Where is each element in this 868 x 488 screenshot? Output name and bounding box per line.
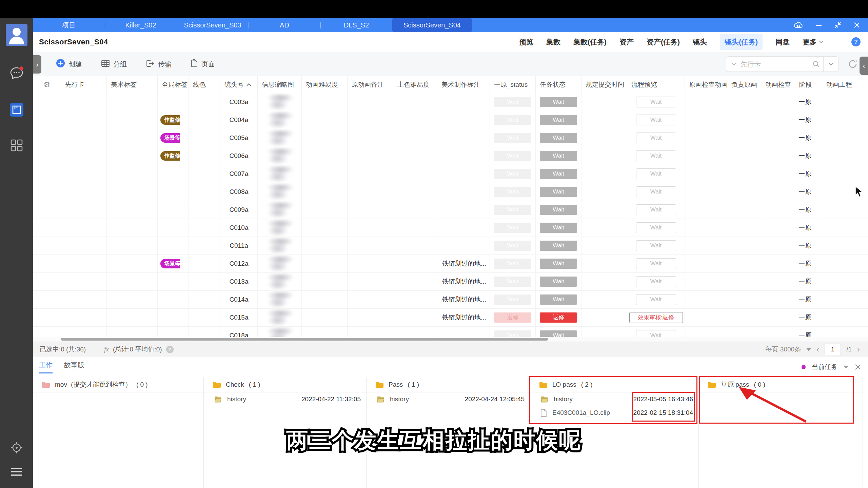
label-tag[interactable]: 场景等 (160, 133, 180, 143)
table-row-C010a[interactable]: C010aWaitWaitWait一原 (33, 219, 868, 237)
search-dropdown-icon[interactable] (828, 62, 834, 66)
page-size-label[interactable]: 每页 3000条 (766, 345, 801, 354)
flow-preview-badge[interactable]: 效果审核:返修 (629, 312, 683, 323)
table-row-C006a[interactable]: 作监修C006aWaitWaitWait一原 (33, 147, 868, 165)
flow-preview-badge[interactable]: Wait (636, 97, 676, 107)
avatar[interactable] (6, 24, 27, 46)
prev-page-icon[interactable]: ‹ (816, 345, 819, 353)
menu-item-5[interactable]: 镜头 (693, 37, 707, 47)
menu-item-3[interactable]: 资产 (619, 37, 634, 47)
status-badge-task[interactable]: Wait (540, 115, 577, 125)
folder-header-2[interactable]: Pass( 1 ) (367, 377, 530, 392)
current-task-caret-icon[interactable] (844, 366, 848, 369)
flow-preview-badge[interactable]: Wait (636, 276, 676, 287)
menu-item-8[interactable]: 更多 (803, 37, 824, 47)
status-badge-yiyuan[interactable]: 返修 (494, 312, 531, 323)
status-badge-task[interactable]: Wait (540, 151, 577, 161)
flow-preview-badge[interactable]: Wait (636, 240, 676, 251)
table-row-C004a[interactable]: 作监修C004aWaitWaitWait一原 (33, 111, 868, 129)
flow-preview-badge[interactable]: Wait (636, 133, 676, 143)
scrollbar-thumb[interactable] (61, 338, 548, 341)
search-icon[interactable] (812, 60, 820, 68)
status-badge-task[interactable]: Wait (540, 97, 577, 107)
menu-item-2[interactable]: 集数(任务) (573, 37, 607, 47)
restore-icon[interactable] (834, 21, 842, 29)
panel-tab-1[interactable]: 故事版 (64, 361, 84, 373)
flow-preview-badge[interactable]: Wait (636, 186, 676, 197)
status-badge-yiyuan[interactable]: Wait (494, 151, 531, 161)
table-row-C015a[interactable]: C015a铁链划过的地...返修返修效果审核:返修一原 (33, 309, 868, 327)
minimize-icon[interactable] (815, 21, 823, 29)
top-tab-4[interactable]: DLS_S2 (320, 18, 392, 32)
toolbar-button-3[interactable]: 页面 (191, 59, 215, 69)
folder-header-1[interactable]: Check( 1 ) (204, 377, 366, 392)
flow-preview-badge[interactable]: Wait (636, 222, 676, 233)
flow-preview-badge[interactable]: Wait (636, 204, 676, 215)
column-header-genga_note[interactable]: 原动画备注 (348, 76, 393, 93)
page-size-caret-icon[interactable] (806, 348, 811, 351)
column-header-anim_diff[interactable]: 动画难易度 (302, 76, 348, 93)
toolbar-button-0[interactable]: 创建 (56, 59, 82, 69)
column-header-task_status[interactable]: 任务状态 (536, 76, 581, 93)
column-header-art_note[interactable]: 美术制作标注 (437, 76, 490, 93)
top-tab-1[interactable]: Killer_S02 (105, 18, 177, 32)
column-header-anim_proj[interactable]: 动画工程 (822, 76, 868, 93)
flow-preview-badge[interactable]: Wait (636, 168, 676, 179)
panel-tab-0[interactable]: 工作 (39, 361, 53, 373)
panel-close-icon[interactable] (854, 364, 861, 370)
column-header-shot[interactable]: 镜头号 (220, 76, 258, 93)
table-row-C012a[interactable]: 场景等C012a铁链划过的地...WaitWaitWait一原 (33, 255, 868, 273)
status-badge-yiyuan[interactable]: Wait (494, 294, 531, 305)
column-header-deadline[interactable]: 规定提交时间 (581, 76, 627, 93)
status-badge-yiyuan[interactable]: Wait (494, 223, 531, 233)
column-header-anim_check[interactable]: 动画检查 (761, 76, 795, 93)
page-number-input[interactable]: 1 (825, 344, 841, 355)
gear-icon[interactable]: ⚙ (43, 80, 50, 89)
folder-item-history[interactable]: history2022-04-24 12:05:45 (367, 392, 530, 406)
column-header-thumb[interactable]: 信息缩略图 (258, 76, 302, 93)
status-badge-yiyuan[interactable]: Wait (494, 169, 531, 179)
label-tag[interactable]: 作监修 (160, 151, 180, 161)
close-icon[interactable] (853, 21, 861, 29)
table-row-C014a[interactable]: C014a铁链划过的地...WaitWaitWait一原 (33, 291, 868, 309)
search-input[interactable]: 先行卡 (726, 56, 839, 72)
folder-item-history[interactable]: history2022-05-05 16:43:46 (530, 392, 698, 406)
menu-item-1[interactable]: 集数 (546, 37, 560, 47)
status-badge-task[interactable]: Wait (540, 169, 577, 179)
help-icon[interactable]: ? (851, 37, 861, 46)
collapse-right-handle[interactable]: ‹ (860, 57, 868, 75)
folder-header-3[interactable]: LO pass( 2 ) (530, 377, 698, 392)
status-badge-task[interactable]: Wait (540, 241, 577, 251)
table-row-C008a[interactable]: C008aWaitWaitWait一原 (33, 183, 868, 201)
column-header-yiyuan_status[interactable]: 一原_status (490, 76, 536, 93)
column-header-pre_card[interactable]: 先行卡 (61, 76, 107, 93)
folder-header-4[interactable]: 草原 pass( 0 ) (699, 377, 863, 392)
top-tab-5[interactable]: ScissorSeven_S04 (392, 18, 472, 32)
column-header-genga_check_anim[interactable]: 原画检查动画 (685, 76, 727, 93)
column-header-line_color[interactable]: 线色 (189, 76, 220, 93)
table-row-C009a[interactable]: C009aWaitWaitWait一原 (33, 201, 868, 219)
sort-asc-icon[interactable] (246, 83, 251, 86)
top-tab-2[interactable]: ScissorSeven_S03 (177, 18, 249, 32)
label-tag[interactable]: 场景等 (160, 259, 180, 268)
status-badge-yiyuan[interactable]: Wait (494, 97, 531, 107)
menu-item-7[interactable]: 网盘 (775, 37, 790, 47)
column-header-stage[interactable]: 阶段 (795, 76, 822, 93)
folder-header-0[interactable]: mov（提交才能跳到检查）( 0 ) (33, 377, 203, 392)
table-row-C003a[interactable]: C003aWaitWaitWait一原 (33, 93, 868, 111)
folder-item-E403C001a_LO.clip[interactable]: E403C001a_LO.clip2022-02-15 18:31:04 (530, 406, 698, 420)
menu-item-4[interactable]: 资产(任务) (647, 37, 680, 47)
top-tab-0[interactable]: 项目 (33, 18, 105, 32)
apps-grid-icon[interactable] (10, 139, 23, 154)
status-badge-task[interactable]: 返修 (540, 312, 577, 323)
toolbar-button-1[interactable]: 分组 (101, 59, 127, 69)
flow-preview-badge[interactable]: Wait (636, 150, 676, 161)
column-header-genga_owner[interactable]: 负责原画 (727, 76, 761, 93)
column-header-art_tag[interactable]: 美术标签 (107, 76, 158, 93)
folder-item-history[interactable]: history2022-04-22 11:32:05 (204, 392, 366, 406)
status-badge-task[interactable]: Wait (540, 223, 577, 233)
table-row-C005a[interactable]: 场景等C005aWaitWaitWait一原 (33, 129, 868, 147)
status-badge-task[interactable]: Wait (540, 294, 577, 305)
collapse-left-handle[interactable]: › (33, 55, 41, 74)
status-badge-task[interactable]: Wait (540, 205, 577, 215)
